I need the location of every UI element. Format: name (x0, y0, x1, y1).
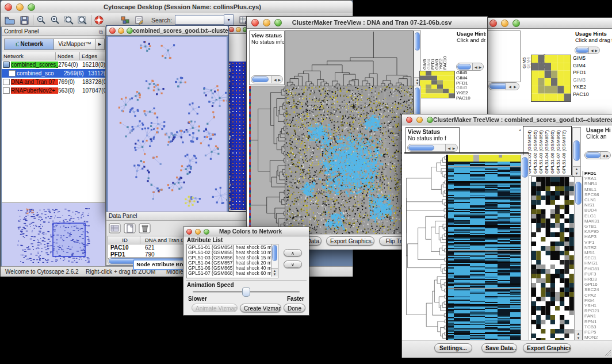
zoom-button[interactable] (127, 28, 133, 34)
network-row[interactable]: RNAPuberNov2+ 563(0) 107847(0) (2, 86, 105, 95)
gene-label[interactable]: TCB3 (583, 324, 611, 329)
row-dendrogram[interactable] (249, 86, 286, 235)
tab-overflow-button[interactable]: ▶ (95, 39, 105, 50)
close-button[interactable] (229, 27, 234, 32)
treeview-back-titlebar[interactable] (485, 18, 612, 29)
zoom-in-icon[interactable] (49, 15, 61, 25)
minimize-button[interactable] (263, 19, 270, 26)
treeview2-action-button[interactable]: Export Graphics... (523, 343, 571, 352)
gene-label[interactable]: NTR2 (583, 245, 611, 250)
delete-attribute-icon[interactable] (139, 222, 151, 235)
minimize-button[interactable] (195, 229, 201, 235)
label-vscrollbar[interactable]: ▲▼ (572, 127, 581, 177)
zoom-button[interactable] (28, 3, 35, 11)
heatmap-vscrollbar[interactable] (521, 155, 529, 341)
gene-label[interactable]: RNR4 (583, 181, 611, 186)
correlation-matrix[interactable] (531, 55, 571, 102)
cytoscape-titlebar[interactable]: Cytoscape Desktop (Session Name: collins… (1, 1, 353, 14)
gene-label[interactable]: RPO21 (583, 308, 611, 313)
search-dropdown-button[interactable]: ▼ (224, 14, 234, 25)
network-view-titlebar[interactable]: combined_scores_good.txt--cluste... (106, 26, 228, 36)
minimize-button[interactable] (16, 3, 24, 11)
treeview2-action-button[interactable]: Save Data... (481, 343, 517, 352)
animate-vizmap-button[interactable]: Animate Vizmap (192, 304, 238, 312)
gene-label[interactable]: KAP95 (583, 229, 611, 234)
secondary-vscrollbar[interactable]: ▲▼ (574, 177, 583, 341)
close-button[interactable] (489, 20, 497, 27)
move-down-button[interactable]: ∨ (284, 260, 302, 268)
treeview1-titlebar[interactable]: ClusterMaker TreeView : DNA and Tran 07-… (247, 17, 487, 29)
array-column-labels[interactable]: GPL51-01 (GSM854)GPL51-02 (GSM855)GPL51-… (523, 127, 571, 175)
column-dendrogram[interactable] (285, 30, 414, 86)
view-status-hscrollbar[interactable]: ◀▶ (488, 82, 519, 90)
zoom-button[interactable] (204, 229, 209, 235)
usage-hints-hscrollbar[interactable]: ◀▶ (584, 151, 611, 159)
gene-label[interactable]: ELG1 (583, 213, 611, 219)
gene-label[interactable]: PHO81 (583, 266, 611, 271)
dense-network-view[interactable] (228, 62, 248, 210)
attribute-list-vscrollbar[interactable]: ▲▼ (271, 244, 278, 277)
gene-label[interactable]: RPN1 (583, 319, 611, 324)
zoom-fit-icon[interactable] (77, 15, 89, 25)
gene-label[interactable]: PAN1 (583, 313, 611, 319)
gene-label[interactable]: SEC24 (583, 287, 611, 292)
gene-label[interactable]: PFD1 (583, 171, 611, 176)
gene-label[interactable]: CLN1 (583, 197, 611, 202)
minimize-button[interactable] (236, 27, 241, 32)
speed-slider-thumb[interactable] (242, 288, 250, 297)
attribute-item[interactable]: GPL51-07 (GSM868) heat shock 60 min (188, 271, 277, 276)
matrix-column-labels[interactable]: GIM5GIM4PFD1GIM3YKE2PAC10 (420, 30, 446, 72)
tab-vizmapper[interactable]: VizMapper™ (53, 39, 96, 50)
gene-label[interactable]: BUD4 (583, 208, 611, 213)
attribute-listbox[interactable]: GPL51-01 (GSM854) heat shock 05 minGPL51… (186, 244, 278, 278)
float-panel-icon[interactable]: ⧉ (99, 28, 103, 36)
usage-hints-hscrollbar[interactable]: ◀▶ (575, 47, 600, 54)
gene-label[interactable]: HAP3 (583, 234, 611, 239)
gene-label[interactable]: YRA1 (583, 176, 611, 181)
close-button[interactable] (109, 28, 116, 34)
search-input[interactable] (175, 15, 224, 25)
dialog-titlebar[interactable]: Map Colors to Network (183, 227, 309, 236)
gene-label[interactable]: NIS1 (583, 202, 611, 208)
expression-heatmap[interactable] (448, 155, 521, 340)
resize-grip[interactable] (605, 350, 611, 357)
gene-label[interactable]: GPI16 (583, 282, 611, 287)
minimize-button[interactable] (501, 20, 508, 27)
save-icon[interactable] (19, 15, 30, 25)
zoom-out-icon[interactable] (36, 15, 47, 25)
network-table-header[interactable]: Network Nodes Edges (2, 52, 105, 60)
gene-label[interactable]: VIP1 (583, 240, 611, 245)
done-button[interactable]: Done (284, 304, 305, 312)
minimize-button[interactable] (416, 117, 423, 123)
gene-label[interactable]: HMG1 (583, 260, 611, 266)
network-row[interactable]: combined_sco 2569(6) 13112(15) (2, 69, 105, 78)
tab-network[interactable]: ⁝⁚ Network (4, 39, 55, 50)
secondary-heatmap[interactable] (531, 177, 575, 341)
gene-label[interactable]: MSL1 (583, 187, 611, 192)
gene-label[interactable]: GTB1 (583, 224, 611, 229)
open-file-icon[interactable] (4, 15, 16, 25)
gene-label[interactable]: YSH1 (583, 303, 611, 308)
network-overview[interactable] (2, 202, 105, 267)
matrix-row-labels[interactable]: GIM5GIM4PFD1GIM3YKE2PAC10 (573, 55, 600, 98)
gene-label[interactable]: MSI1 (583, 250, 611, 255)
treeview2-action-button[interactable]: Settings... (434, 343, 472, 352)
vizmapper-icon[interactable] (120, 15, 132, 25)
close-button[interactable] (186, 229, 192, 235)
usage-hints-hscrollbar[interactable]: ◀▶ (456, 63, 484, 71)
move-up-button[interactable]: ∧ (284, 249, 302, 256)
minimize-button[interactable] (118, 28, 124, 34)
new-attribute-icon[interactable] (124, 222, 136, 235)
gene-label[interactable]: MON2 (583, 335, 611, 340)
window-controls[interactable] (5, 3, 35, 11)
annotation-icon[interactable] (134, 15, 146, 25)
zoom-button[interactable] (427, 117, 433, 123)
close-button[interactable] (251, 19, 259, 26)
attribute-select-icon[interactable] (109, 222, 121, 235)
gene-label[interactable]: CPA2 (583, 293, 611, 298)
gene-label[interactable]: SPC98 (583, 192, 611, 197)
expression-heatmap[interactable] (285, 86, 414, 235)
gene-label[interactable]: PUF3 (583, 271, 611, 277)
network-canvas[interactable] (108, 37, 227, 212)
gene-name-list[interactable]: PFD1YRA1RNR4MSL1SPC98CLN1NIS1BUD4ELG1MAK… (583, 171, 611, 340)
